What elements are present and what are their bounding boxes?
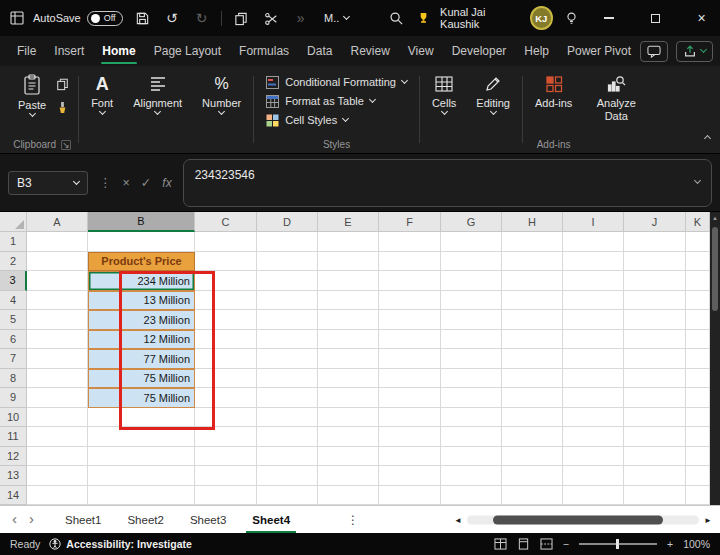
cell-H9[interactable] <box>502 388 563 408</box>
cell-styles-button[interactable]: Cell Styles <box>264 112 350 128</box>
accessibility-checker[interactable]: Accessibility: Investigate <box>49 538 191 550</box>
workbook-title[interactable]: M.. <box>324 12 349 24</box>
cell-A2[interactable] <box>27 252 88 272</box>
format-painter-button[interactable] <box>56 101 69 115</box>
cell-I2[interactable] <box>563 252 624 272</box>
sheet-tab-sheet4[interactable]: Sheet4 <box>239 506 303 533</box>
cell-A9[interactable] <box>27 388 88 408</box>
cell-D5[interactable] <box>257 310 318 330</box>
confirm-entry-button[interactable]: ✓ <box>141 175 151 190</box>
column-header-E[interactable]: E <box>318 212 379 232</box>
cell-G2[interactable] <box>441 252 502 272</box>
page-layout-view-button[interactable] <box>517 538 530 550</box>
cell-I12[interactable] <box>563 447 624 467</box>
cell-G7[interactable] <box>441 349 502 369</box>
cell-J1[interactable] <box>624 232 686 252</box>
cell-C1[interactable] <box>195 232 257 252</box>
cell-A3[interactable] <box>27 271 88 291</box>
redo-button[interactable]: ↻ <box>191 6 212 30</box>
normal-view-button[interactable] <box>494 538 507 550</box>
analyze-data-button[interactable]: Analyze Data <box>589 72 643 124</box>
cell-J2[interactable] <box>624 252 686 272</box>
cell-A13[interactable] <box>27 466 88 486</box>
zoom-slider-knob[interactable] <box>616 539 619 549</box>
cell-G14[interactable] <box>441 486 502 506</box>
cell-I5[interactable] <box>563 310 624 330</box>
zoom-in-button[interactable]: + <box>667 538 673 550</box>
cell-H2[interactable] <box>502 252 563 272</box>
cell-E1[interactable] <box>318 232 379 252</box>
cell-B14[interactable] <box>88 486 195 506</box>
cell-J9[interactable] <box>624 388 686 408</box>
cell-K11[interactable] <box>686 427 710 447</box>
cell-K13[interactable] <box>686 466 710 486</box>
select-all-corner[interactable] <box>0 212 27 232</box>
row-header-1[interactable]: 1 <box>0 232 27 252</box>
cell-E5[interactable] <box>318 310 379 330</box>
menu-tab-power-pivot[interactable]: Power Pivot <box>558 36 640 66</box>
cell-F3[interactable] <box>379 271 441 291</box>
cell-K9[interactable] <box>686 388 710 408</box>
cell-B1[interactable] <box>88 232 195 252</box>
cell-A8[interactable] <box>27 369 88 389</box>
cell-K12[interactable] <box>686 447 710 467</box>
cell-G10[interactable] <box>441 408 502 428</box>
cell-I1[interactable] <box>563 232 624 252</box>
row-header-2[interactable]: 2 <box>0 252 27 272</box>
menu-tab-review[interactable]: Review <box>341 36 398 66</box>
cell-F6[interactable] <box>379 330 441 350</box>
cell-F10[interactable] <box>379 408 441 428</box>
row-header-13[interactable]: 13 <box>0 466 27 486</box>
menu-tab-developer[interactable]: Developer <box>443 36 516 66</box>
cell-H11[interactable] <box>502 427 563 447</box>
cell-H6[interactable] <box>502 330 563 350</box>
cell-F8[interactable] <box>379 369 441 389</box>
alignment-menu-button[interactable]: Alignment <box>130 72 185 116</box>
previous-sheet-button[interactable]: ‹ <box>12 510 17 527</box>
menu-tab-formulas[interactable]: Formulas <box>230 36 298 66</box>
user-name[interactable]: Kunal Jai Kaushik <box>440 6 521 30</box>
trophy-icon[interactable] <box>416 11 431 26</box>
cell-F1[interactable] <box>379 232 441 252</box>
row-header-11[interactable]: 11 <box>0 427 27 447</box>
cell-B13[interactable] <box>88 466 195 486</box>
sheet-tab-sheet2[interactable]: Sheet2 <box>114 506 176 533</box>
horizontal-scroll-thumb[interactable] <box>493 515 663 524</box>
cell-E9[interactable] <box>318 388 379 408</box>
paste-button[interactable]: Paste <box>15 72 49 118</box>
cell-H1[interactable] <box>502 232 563 252</box>
cell-K4[interactable] <box>686 291 710 311</box>
horizontal-scrollbar[interactable]: ◄ ► <box>454 515 712 524</box>
cell-B12[interactable] <box>88 447 195 467</box>
cell-J12[interactable] <box>624 447 686 467</box>
scroll-up-icon[interactable]: ▲ <box>712 214 718 222</box>
cell-K8[interactable] <box>686 369 710 389</box>
maximize-button[interactable] <box>637 0 674 36</box>
cell-I6[interactable] <box>563 330 624 350</box>
menu-tab-file[interactable]: File <box>8 36 45 66</box>
save-button[interactable] <box>132 6 153 30</box>
copy-button[interactable] <box>56 77 69 91</box>
cell-H4[interactable] <box>502 291 563 311</box>
column-header-D[interactable]: D <box>257 212 318 232</box>
cell-J6[interactable] <box>624 330 686 350</box>
cell-H12[interactable] <box>502 447 563 467</box>
cell-E2[interactable] <box>318 252 379 272</box>
cell-D8[interactable] <box>257 369 318 389</box>
cell-I13[interactable] <box>563 466 624 486</box>
cell-G12[interactable] <box>441 447 502 467</box>
cell-I10[interactable] <box>563 408 624 428</box>
cell-A14[interactable] <box>27 486 88 506</box>
cell-J7[interactable] <box>624 349 686 369</box>
cell-D7[interactable] <box>257 349 318 369</box>
cell-D13[interactable] <box>257 466 318 486</box>
horizontal-scroll-track[interactable] <box>467 515 699 524</box>
cell-A11[interactable] <box>27 427 88 447</box>
avatar[interactable]: KJ <box>530 6 553 30</box>
cell-C13[interactable] <box>195 466 257 486</box>
cell-B2[interactable]: Product's Price <box>88 252 195 272</box>
cell-D4[interactable] <box>257 291 318 311</box>
menu-tab-view[interactable]: View <box>399 36 443 66</box>
cell-J10[interactable] <box>624 408 686 428</box>
cell-D3[interactable] <box>257 271 318 291</box>
